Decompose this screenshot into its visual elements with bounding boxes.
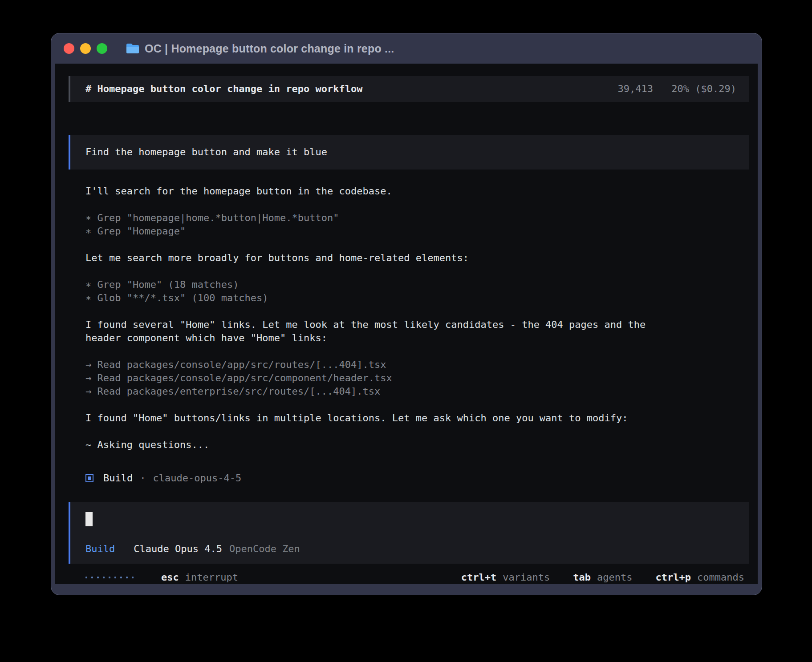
shortcut-hint-commands: ctrl+pcommands bbox=[656, 571, 744, 584]
assistant-text-line: header component which have "Home" links… bbox=[85, 331, 749, 345]
folder-icon bbox=[126, 43, 139, 54]
blank-line bbox=[85, 265, 749, 278]
status-bar-left: esc interrupt bbox=[85, 571, 238, 584]
session-header: # Homepage button color change in repo w… bbox=[69, 76, 749, 102]
spinner-dot bbox=[109, 577, 110, 578]
window-titlebar[interactable]: OC | Homepage button color change in rep… bbox=[51, 33, 762, 64]
context-usage-cost: 20% ($0.29) bbox=[671, 83, 736, 94]
blank-line bbox=[85, 198, 749, 211]
blank-line bbox=[85, 305, 749, 318]
status-separator: · bbox=[140, 472, 146, 485]
session-stats: 39,413 20% ($0.29) bbox=[618, 82, 736, 96]
tool-call-line: → Read packages/enterprise/src/routes/[.… bbox=[85, 385, 749, 398]
zoom-button[interactable] bbox=[97, 43, 107, 54]
prompt-input[interactable]: Build Claude Opus 4.5 OpenCode Zen bbox=[69, 502, 749, 564]
user-message: Find the homepage button and make it blu… bbox=[69, 135, 749, 170]
status-model-name: claude-opus-4-5 bbox=[153, 472, 241, 485]
blank-line bbox=[85, 452, 749, 465]
tool-call-line: ∗ Grep "Homepage" bbox=[85, 225, 749, 238]
spinner-dot bbox=[132, 577, 134, 578]
esc-key-hint: esc bbox=[161, 571, 179, 584]
shortcut-label: variants bbox=[503, 571, 550, 584]
shortcut-label: agents bbox=[597, 571, 632, 584]
close-button[interactable] bbox=[64, 43, 74, 54]
tool-call-line: ∗ Grep "Home" (18 matches) bbox=[85, 278, 749, 291]
terminal-window: OC | Homepage button color change in rep… bbox=[51, 33, 762, 595]
shortcut-hint-variants: ctrl+tvariants bbox=[461, 571, 550, 584]
assistant-text-line: I found several "Home" links. Let me loo… bbox=[85, 318, 749, 331]
spinner-dot bbox=[126, 577, 128, 578]
spinner-dot bbox=[85, 577, 87, 578]
blank-line bbox=[85, 345, 749, 358]
minimize-button[interactable] bbox=[80, 43, 91, 54]
token-count: 39,413 bbox=[618, 83, 653, 94]
assistant-text-line: ~ Asking questions... bbox=[85, 438, 749, 452]
status-bar: esc interrupt ctrl+tvariantstabagentsctr… bbox=[69, 571, 749, 584]
active-agent-label: Build bbox=[85, 542, 115, 556]
task-status-line: Build · claude-opus-4-5 bbox=[69, 472, 749, 485]
input-footer: Build Claude Opus 4.5 OpenCode Zen bbox=[85, 542, 300, 556]
window-controls bbox=[64, 43, 107, 54]
shortcut-key: ctrl+p bbox=[656, 571, 691, 584]
spinner-dots-icon bbox=[85, 577, 134, 578]
blank-line bbox=[85, 425, 749, 438]
agent-status-label: Build bbox=[103, 472, 133, 485]
interrupt-label: interrupt bbox=[185, 571, 238, 584]
spinner-dot bbox=[91, 577, 93, 578]
window-title: OC | Homepage button color change in rep… bbox=[145, 42, 394, 55]
spinner-dot bbox=[114, 577, 116, 578]
terminal-content: # Homepage button color change in repo w… bbox=[55, 64, 758, 584]
shortcut-hint-agents: tabagents bbox=[573, 571, 632, 584]
assistant-text-line: I found "Home" buttons/links in multiple… bbox=[85, 412, 749, 425]
active-model-label: Claude Opus 4.5 bbox=[134, 542, 222, 556]
assistant-transcript: I'll search for the homepage button in t… bbox=[69, 185, 749, 465]
assistant-text-line: Let me search more broadly for buttons a… bbox=[85, 251, 749, 265]
provider-label: OpenCode Zen bbox=[229, 542, 300, 556]
spinner-dot bbox=[97, 577, 99, 578]
blank-line bbox=[85, 238, 749, 251]
shortcut-key: ctrl+t bbox=[461, 571, 496, 584]
shortcut-key: tab bbox=[573, 571, 591, 584]
tool-call-line: → Read packages/console/app/src/componen… bbox=[85, 371, 749, 385]
session-title: # Homepage button color change in repo w… bbox=[85, 82, 363, 96]
text-cursor bbox=[85, 512, 93, 526]
blank-line bbox=[85, 398, 749, 412]
tool-call-line: → Read packages/console/app/src/routes/[… bbox=[85, 358, 749, 371]
tool-call-line: ∗ Grep "homepage|home.*button|Home.*butt… bbox=[85, 211, 749, 225]
square-dot-icon bbox=[85, 474, 93, 482]
spinner-dot bbox=[120, 577, 122, 578]
tool-call-line: ∗ Glob "**/*.tsx" (100 matches) bbox=[85, 291, 749, 305]
spinner-dot bbox=[103, 577, 105, 578]
user-message-text: Find the homepage button and make it blu… bbox=[85, 145, 327, 159]
status-bar-shortcuts: ctrl+tvariantstabagentsctrl+pcommands bbox=[461, 571, 744, 584]
shortcut-label: commands bbox=[697, 571, 744, 584]
assistant-text-line: I'll search for the homepage button in t… bbox=[85, 185, 749, 198]
